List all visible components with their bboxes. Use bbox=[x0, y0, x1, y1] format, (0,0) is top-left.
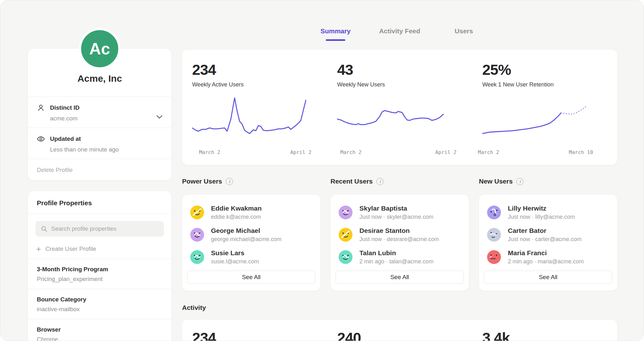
user-name: Talan Lubin bbox=[359, 249, 433, 257]
x-tick-label: March 10 bbox=[569, 149, 593, 155]
user-detail: george.michael@acme.com bbox=[211, 236, 281, 243]
tab-label: Users bbox=[455, 27, 473, 35]
field-distinct-id: Distinct ID acme.com bbox=[28, 97, 171, 128]
stat-weekly-new-users: 43 Weekly New Users March 2 April 2 bbox=[327, 61, 472, 157]
property-item[interactable]: Browser Chrome bbox=[28, 319, 171, 341]
user-detail: 2 min ago · talan@acme.com bbox=[359, 258, 433, 265]
search-input[interactable] bbox=[51, 225, 159, 232]
chart-line-retention-projected bbox=[561, 106, 586, 114]
stat-label: Weekly Active Users bbox=[192, 81, 317, 88]
chart-line-retention-actual bbox=[482, 113, 561, 134]
chart-line-weekly-active-users bbox=[192, 98, 306, 133]
list-item[interactable]: George Michael george.michael@acme.com bbox=[182, 227, 320, 243]
stat-value: 3.4k bbox=[482, 329, 607, 341]
list-item[interactable]: Maria Franci 2 min ago · maria@acme.com bbox=[479, 249, 617, 265]
user-detail: 2 min ago · maria@acme.com bbox=[508, 258, 584, 265]
list-title: Recent Users bbox=[330, 178, 373, 185]
chevron-down-icon[interactable] bbox=[156, 114, 163, 118]
list-item[interactable]: Talan Lubin 2 min ago · talan@acme.com bbox=[330, 249, 469, 265]
field-updated-at: Updated at Less than one minute ago bbox=[28, 128, 171, 159]
user-detail: Just now · desirare@acme.com bbox=[359, 236, 439, 243]
see-all-button[interactable]: See All bbox=[484, 271, 612, 284]
stat-value: 234 bbox=[192, 61, 317, 78]
profile-properties-card: Profile Properties + Create User Profile… bbox=[28, 191, 171, 341]
x-axis: March 2 March 10 bbox=[482, 149, 607, 157]
create-user-profile-button[interactable]: + Create User Profile bbox=[28, 239, 171, 259]
user-lists-headers: Power Users i Recent Users i New Users i bbox=[182, 178, 617, 185]
stat-week1-retention: 25% Week 1 New User Retention March 2 Ma… bbox=[472, 61, 617, 157]
create-user-profile-label: Create User Profile bbox=[45, 245, 96, 252]
chart-line-weekly-new-users bbox=[337, 111, 443, 125]
field-value: acme.com bbox=[50, 115, 163, 122]
list-item[interactable]: Eddie Kwakman eddie.k@acme.com bbox=[182, 205, 320, 220]
active-tab-underline bbox=[326, 39, 345, 41]
list-title: Power Users bbox=[182, 178, 222, 185]
delete-profile-button[interactable]: Delete Profile bbox=[28, 159, 171, 180]
property-name: Browser bbox=[37, 326, 163, 333]
app-frame: Ac Acme, Inc Distinct ID acme.com bbox=[0, 0, 644, 341]
tab-activity-feed[interactable]: Activity Feed bbox=[368, 27, 432, 41]
week1-retention-chart bbox=[482, 93, 607, 148]
tab-users[interactable]: Users bbox=[432, 27, 496, 41]
see-all-button[interactable]: See All bbox=[187, 271, 315, 284]
search-box bbox=[36, 221, 164, 237]
org-avatar: Ac bbox=[79, 28, 120, 69]
list-item[interactable]: Susie Lars susie.l@acme.com bbox=[182, 249, 320, 265]
recent-users-header: Recent Users i bbox=[330, 178, 469, 185]
info-icon[interactable]: i bbox=[516, 178, 524, 185]
face-avatar bbox=[487, 250, 501, 264]
activity-stat-3: 3.4k bbox=[472, 329, 617, 341]
stat-value: 43 bbox=[337, 61, 462, 78]
user-name: Maria Franci bbox=[508, 249, 584, 257]
face-slash-avatar bbox=[190, 206, 204, 219]
stat-value: 240 bbox=[337, 329, 462, 341]
list-title: New Users bbox=[479, 178, 513, 185]
x-tick-label: April 2 bbox=[290, 149, 311, 155]
user-lists-row: Eddie Kwakman eddie.k@acme.com George Mi… bbox=[182, 195, 617, 291]
property-item[interactable]: 3-Month Pricing Program Pricing_plan_exp… bbox=[28, 259, 171, 289]
info-icon[interactable]: i bbox=[226, 178, 233, 185]
tab-label: Summary bbox=[320, 27, 351, 35]
x-tick-label: March 2 bbox=[340, 149, 361, 155]
stat-label: Weekly New Users bbox=[337, 81, 462, 88]
stat-value: 234 bbox=[192, 329, 317, 341]
summary-card: 234 Weekly Active Users March 2 April 2 … bbox=[182, 50, 617, 165]
list-item[interactable]: Lilly Herwitz Just now · lilly@acme.com bbox=[479, 205, 617, 220]
user-name: Lilly Herwitz bbox=[508, 205, 575, 212]
field-value: Less than one minute ago bbox=[50, 146, 163, 153]
see-all-button[interactable]: See All bbox=[336, 271, 464, 284]
face-avatar bbox=[339, 206, 353, 219]
user-detail: susie.l@acme.com bbox=[211, 258, 259, 265]
divider bbox=[28, 214, 171, 214]
plus-icon: + bbox=[36, 246, 41, 252]
list-item[interactable]: Desirae Stanton Just now · desirare@acme… bbox=[330, 227, 469, 243]
property-value: Pricing_plan_experiment bbox=[37, 276, 163, 283]
user-name: Susie Lars bbox=[211, 249, 259, 257]
face-avatar bbox=[487, 228, 501, 242]
face-slash-avatar bbox=[339, 228, 353, 242]
property-name: Bounce Category bbox=[37, 296, 163, 303]
x-tick-label: April 2 bbox=[435, 149, 456, 155]
weekly-new-users-chart bbox=[337, 93, 462, 148]
user-detail: eddie.k@acme.com bbox=[211, 214, 262, 220]
activity-stat-2: 240 bbox=[327, 329, 472, 341]
list-item[interactable]: Carter Bator Just now · carter@acme.com bbox=[479, 227, 617, 243]
list-item[interactable]: Skylar Baptista Just now · skyler@acme.c… bbox=[330, 205, 469, 220]
property-value: Chrome bbox=[37, 336, 163, 341]
field-label: Distinct ID bbox=[50, 104, 80, 111]
eye-icon bbox=[37, 135, 45, 143]
property-value: inactive-mailbox bbox=[37, 306, 163, 313]
tab-label: Activity Feed bbox=[379, 27, 420, 35]
user-detail: Just now · lilly@acme.com bbox=[508, 214, 575, 220]
power-users-header: Power Users i bbox=[182, 178, 320, 185]
user-name: Eddie Kwakman bbox=[211, 205, 262, 212]
face-avatar bbox=[190, 228, 204, 242]
stat-value: 25% bbox=[482, 61, 607, 78]
x-tick-label: March 2 bbox=[478, 149, 499, 155]
activity-card: 234 240 3.4k bbox=[182, 320, 617, 341]
tab-summary[interactable]: Summary bbox=[303, 27, 368, 41]
property-item[interactable]: Bounce Category inactive-mailbox bbox=[28, 289, 171, 319]
user-name: George Michael bbox=[211, 227, 281, 234]
info-icon[interactable]: i bbox=[376, 178, 384, 185]
user-name: Skylar Baptista bbox=[359, 205, 433, 212]
